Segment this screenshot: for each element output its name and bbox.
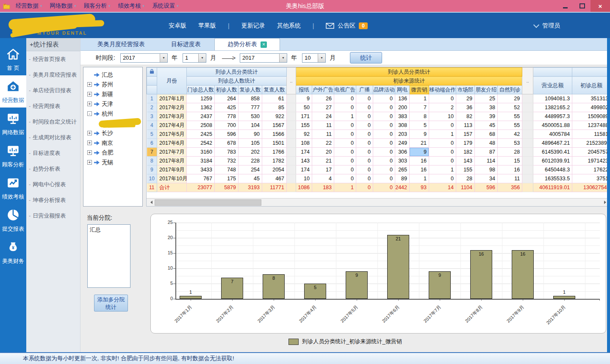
row-number[interactable]: 10 [147,174,157,183]
data-cell[interactable]: 105 [238,139,262,148]
data-cell[interactable]: 0 [373,94,395,103]
data-cell[interactable]: 9 [296,94,312,103]
data-cell[interactable]: 2508 [187,121,215,130]
expand-icon[interactable]: + [87,102,92,106]
data-cell[interactable]: 87 [475,148,498,157]
data-cell[interactable]: 351313 [572,94,610,103]
menu-item-系统设置[interactable]: 系统设置▾ [148,0,183,12]
row-number[interactable]: 4 [147,121,157,130]
data-cell[interactable]: 2425 [187,130,215,139]
data-cell[interactable]: 1971423 [572,157,610,165]
data-cell[interactable]: 1635533.5 [533,174,572,183]
data-cell[interactable]: 0 [334,139,356,148]
data-cell[interactable]: 264 [215,94,238,103]
data-cell[interactable]: 700 [215,121,238,130]
data-cell[interactable]: 24 [312,112,334,121]
data-cell[interactable]: 1 [410,174,429,183]
data-cell[interactable]: 136 [395,94,410,103]
tree-item-杭州[interactable]: -杭州 [83,109,142,119]
data-cell[interactable]: 228 [238,157,262,165]
dropdown-arrow-button[interactable]: ▼ [198,54,206,62]
row-number[interactable]: 1 [147,94,157,103]
data-cell[interactable]: 45 [238,174,262,183]
link-ios[interactable]: 苹果版 [198,22,216,30]
dropdown-arrow-button[interactable]: ▼ [318,54,325,62]
month-cell[interactable]: 2017年8月 [157,157,187,165]
data-cell[interactable]: 2045757 [572,148,610,157]
data-cell[interactable]: 596 [475,183,498,192]
data-cell[interactable]: 2054 [262,165,287,174]
data-cell[interactable]: 11 [312,121,334,130]
report-item-日营业额报表[interactable]: -日营业额报表 [26,208,80,223]
tab-目标进度表[interactable]: 目标进度表 [158,38,214,50]
sidebar-item-顾客分析[interactable]: 顾客分析 [0,140,26,172]
data-cell[interactable]: 6450448.3 [533,165,572,174]
horizontal-scrollbar[interactable] [147,198,610,206]
sidebar-item-网络数据[interactable]: 网络数据 [0,108,26,140]
data-cell[interactable]: 467 [262,174,287,183]
data-cell[interactable]: 303 [395,157,410,165]
tree-item-长沙[interactable]: +长沙 [83,128,142,138]
data-cell[interactable]: 11 [312,130,334,139]
data-cell[interactable]: 90 [238,130,262,139]
data-cell[interactable]: 22 [312,139,334,148]
data-cell[interactable]: 10 [296,174,312,183]
data-cell[interactable]: 28 [456,174,475,183]
data-cell[interactable]: 0 [356,112,373,121]
report-item-美奥月度经营报表[interactable]: -美奥月度经营报表 [26,67,80,83]
data-cell[interactable]: 143 [296,157,312,165]
data-cell[interactable]: 202 [238,148,262,157]
data-cell[interactable]: 113 [456,121,475,130]
data-cell[interactable]: 17622 [572,165,610,174]
data-cell[interactable]: 308 [395,121,410,130]
row-number[interactable]: 2 [147,103,157,112]
data-cell[interactable]: 7 [410,103,429,112]
data-cell[interactable]: 155 [456,165,475,174]
data-cell[interactable]: 0 [334,121,356,130]
sidebar-item-绩效考核[interactable]: 绩效考核 [0,172,26,204]
data-cell[interactable]: 11 [498,174,522,183]
data-cell[interactable]: 48 [475,139,498,148]
tree-item-南京[interactable]: +南京 [83,138,142,148]
data-cell[interactable]: 1 [334,183,356,192]
data-cell[interactable]: 4896467.21 [533,139,572,148]
data-cell[interactable]: 1086 [296,183,312,192]
data-cell[interactable]: 2542 [187,139,215,148]
data-cell[interactable]: 254 [238,165,262,174]
report-item-经营周报表[interactable]: -经营周报表 [26,98,80,114]
expand-icon[interactable]: + [87,92,92,97]
data-cell[interactable]: 1104 [456,183,475,192]
data-cell[interactable]: 1509089 [572,112,610,121]
data-cell[interactable]: 356 [498,183,522,192]
data-cell[interactable]: 922 [262,112,287,121]
month-cell[interactable]: 2017年3月 [157,112,187,121]
sidebar-item-经营数据[interactable]: 经营数据 [0,75,26,108]
data-cell[interactable]: 0 [356,121,373,130]
data-cell[interactable]: 171 [296,112,312,121]
data-cell[interactable]: 0 [334,165,356,174]
data-cell[interactable]: 10 [429,112,456,121]
data-cell[interactable]: 182 [456,148,475,157]
data-cell[interactable]: 2442 [395,183,410,192]
data-cell[interactable]: 265 [395,165,410,174]
data-cell[interactable]: 732 [215,157,238,165]
restore-button[interactable] [574,0,591,12]
data-cell[interactable]: 4 [312,174,334,183]
menu-item-网络数据[interactable]: 网络数据▾ [46,0,80,12]
data-cell[interactable]: 108 [296,139,312,148]
data-cell[interactable]: 1567 [262,121,287,130]
tree-item-天津[interactable]: +天津 [83,99,142,109]
data-cell[interactable]: 0 [429,139,456,148]
data-cell[interactable]: 0 [429,94,456,103]
statistics-button[interactable]: 统计 [350,52,382,63]
data-cell[interactable]: 6145390.41 [533,148,572,157]
month-cell[interactable]: 2017年10月 [157,174,187,183]
data-cell[interactable]: 1 [429,165,456,174]
from-year-select[interactable]: 2017 ▼ [120,53,168,63]
menu-item-顾客分析[interactable]: 顾客分析▾ [80,0,114,12]
data-cell[interactable]: 14 [429,183,456,192]
to-year-select[interactable]: 2017 ▼ [240,53,287,63]
data-cell[interactable]: 68 [475,130,498,139]
link-android[interactable]: 安卓版 [169,22,186,30]
tree-item-汇总[interactable]: 汇总 [83,70,142,80]
